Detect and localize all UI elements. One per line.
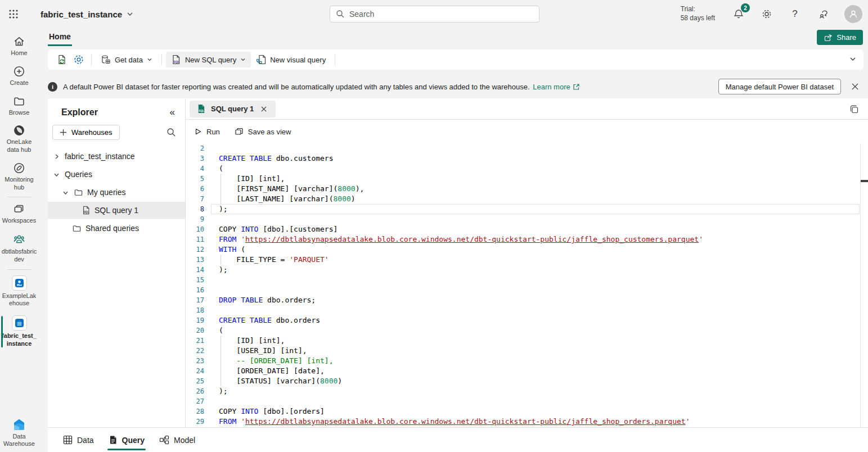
chevron-down-icon xyxy=(147,57,152,62)
content-area: Home Share Get data SQL New SQL query Ne… xyxy=(38,28,868,452)
editor-scrollbar[interactable] xyxy=(860,143,868,427)
code-line[interactable]: 29FROM 'https://dbtlabsynapsedatalake.bl… xyxy=(186,417,868,427)
code-line[interactable]: 18 xyxy=(186,305,868,315)
code-line[interactable]: 20( xyxy=(186,326,868,336)
code-line[interactable]: 16 xyxy=(186,285,868,295)
code-line[interactable]: 27 xyxy=(186,396,868,406)
tree-item-shared-queries[interactable]: Shared queries xyxy=(48,220,185,237)
code-line[interactable]: 17DROP TABLE dbo.orders; xyxy=(186,295,868,305)
sidebar-item-examplelakehouse[interactable]: ExampleLakehouse xyxy=(0,272,38,312)
share-button[interactable]: Share xyxy=(817,30,863,45)
code-line[interactable]: 11FROM 'https://dbtlabsynapsedatalake.bl… xyxy=(186,234,868,245)
sidebar-item-workspaces[interactable]: Workspaces xyxy=(0,199,38,229)
code-editor[interactable]: 23CREATE TABLE dbo.customers4(5 [ID] [in… xyxy=(186,143,868,427)
chevron-down-icon xyxy=(849,55,857,63)
collapse-explorer-button[interactable]: « xyxy=(170,107,175,118)
notifications-button[interactable]: 2 xyxy=(732,7,745,21)
overview-cursor-marker xyxy=(861,180,868,182)
workspace-switcher[interactable]: fabric_test_instance xyxy=(41,10,133,19)
tree-item-warehouse[interactable]: fabric_test_instance xyxy=(48,148,185,165)
refresh-button[interactable] xyxy=(53,52,70,67)
get-data-button[interactable]: Get data xyxy=(96,52,158,67)
settings-button[interactable] xyxy=(760,7,773,21)
code-line[interactable]: 6 [FIRST_NAME] [varchar](8000), xyxy=(186,184,868,194)
account-avatar[interactable] xyxy=(844,5,862,23)
copy-button[interactable] xyxy=(848,103,861,116)
copy-icon xyxy=(849,105,860,115)
indent-guide xyxy=(221,366,221,376)
line-number: 7 xyxy=(186,194,204,204)
indent-guide xyxy=(221,184,221,194)
code-line[interactable]: 2 xyxy=(186,143,868,153)
run-button[interactable]: Run xyxy=(194,128,220,136)
code-line[interactable]: 23 -- [ORDER_DATE] [int], xyxy=(186,356,868,366)
manage-dataset-button[interactable]: Manage default Power BI dataset xyxy=(718,79,841,94)
line-number: 21 xyxy=(186,336,204,346)
collapse-ribbon-button[interactable] xyxy=(849,55,857,63)
external-link-icon xyxy=(573,83,580,91)
line-number: 18 xyxy=(186,305,204,315)
code-line[interactable]: 12WITH ( xyxy=(186,245,868,255)
code-line[interactable]: 19CREATE TABLE dbo.orders xyxy=(186,315,868,326)
save-view-icon xyxy=(235,127,244,136)
tab-home[interactable]: Home xyxy=(48,28,72,46)
waffle-menu-icon[interactable] xyxy=(0,0,27,28)
search-input[interactable]: Search xyxy=(330,6,539,22)
close-tab-button[interactable] xyxy=(259,104,269,114)
add-warehouses-button[interactable]: Warehouses xyxy=(52,125,120,140)
close-icon xyxy=(851,83,859,91)
save-as-view-button[interactable]: Save as view xyxy=(235,127,291,136)
tab-data[interactable]: Data xyxy=(56,428,101,452)
learn-more-link[interactable]: Learn more xyxy=(533,83,579,91)
ribbon-settings-button[interactable] xyxy=(70,52,87,67)
tab-query[interactable]: Query xyxy=(101,428,152,452)
code-line[interactable]: 9 xyxy=(186,214,868,224)
feedback-icon xyxy=(817,8,829,20)
new-visual-query-button[interactable]: New visual query xyxy=(251,52,331,67)
tree-item-queries[interactable]: Queries xyxy=(48,166,185,183)
line-number: 2 xyxy=(186,143,204,153)
tree-item-sql-query-1[interactable]: SQL SQL query 1 xyxy=(48,202,185,219)
sql-file-icon: SQL xyxy=(171,55,181,65)
code-line[interactable]: 24 [ORDER_DATE] [date], xyxy=(186,366,868,376)
code-line[interactable]: 28COPY INTO [dbo].[orders] xyxy=(186,406,868,417)
code-line[interactable]: 5 [ID] [int], xyxy=(186,174,868,184)
info-icon: i xyxy=(48,82,57,92)
sidebar-item-data-warehouse[interactable]: Data Warehouse xyxy=(0,414,38,452)
query-editor: SQL SQL query 1 Run Save as view xyxy=(186,98,868,427)
code-line[interactable]: 15 xyxy=(186,275,868,285)
sidebar-item-dbtlabsfabricdev[interactable]: dbtlabsfabricdev xyxy=(0,229,38,268)
tab-model[interactable]: Model xyxy=(152,428,203,452)
code-line[interactable]: 8); xyxy=(186,204,868,214)
monitoring-icon xyxy=(13,162,25,174)
code-line[interactable]: 3CREATE TABLE dbo.customers xyxy=(186,153,868,164)
code-line[interactable]: 22 [USER_ID] [int], xyxy=(186,346,868,356)
code-line[interactable]: 26); xyxy=(186,386,868,396)
tab-sql-query-1[interactable]: SQL SQL query 1 xyxy=(190,101,276,117)
code-line[interactable]: 13 FILE_TYPE = 'PARQUET' xyxy=(186,255,868,265)
sidebar-item-fabric-test-instance[interactable]: fabric_test_instance xyxy=(0,311,38,352)
tree-item-my-queries[interactable]: My queries xyxy=(48,184,185,201)
explorer-search-button[interactable] xyxy=(167,128,176,137)
code-lines: 23CREATE TABLE dbo.customers4(5 [ID] [in… xyxy=(186,143,868,427)
trial-status[interactable]: Trial: 58 days left xyxy=(681,5,715,22)
line-number: 8 xyxy=(186,204,204,214)
new-sql-query-button[interactable]: SQL New SQL query xyxy=(166,52,251,67)
help-button[interactable]: ? xyxy=(788,7,802,21)
sidebar-item-create[interactable]: Create xyxy=(0,61,38,91)
code-line[interactable]: 10COPY INTO [dbo].[customers] xyxy=(186,224,868,234)
banner-close-button[interactable] xyxy=(849,80,861,93)
code-line[interactable]: 14); xyxy=(186,265,868,275)
feedback-button[interactable] xyxy=(816,7,830,21)
sidebar-item-home[interactable]: Home xyxy=(0,31,38,61)
explorer-title: Explorer xyxy=(61,107,98,117)
code-line[interactable]: 7 [LAST_NAME] [varchar](8000) xyxy=(186,194,868,204)
sidebar-item-onelake-data-hub[interactable]: OneLake data hub xyxy=(0,120,38,158)
sidebar-item-monitoring-hub[interactable]: Monitoring hub xyxy=(0,158,38,196)
code-line[interactable]: 25 [STATUS] [varchar](8000) xyxy=(186,376,868,386)
code-line[interactable]: 21 [ID] [int], xyxy=(186,336,868,346)
code-line[interactable]: 4( xyxy=(186,164,868,174)
sidebar-item-browse[interactable]: Browse xyxy=(0,91,38,121)
plus-icon xyxy=(60,129,67,136)
notification-badge: 2 xyxy=(741,3,750,12)
